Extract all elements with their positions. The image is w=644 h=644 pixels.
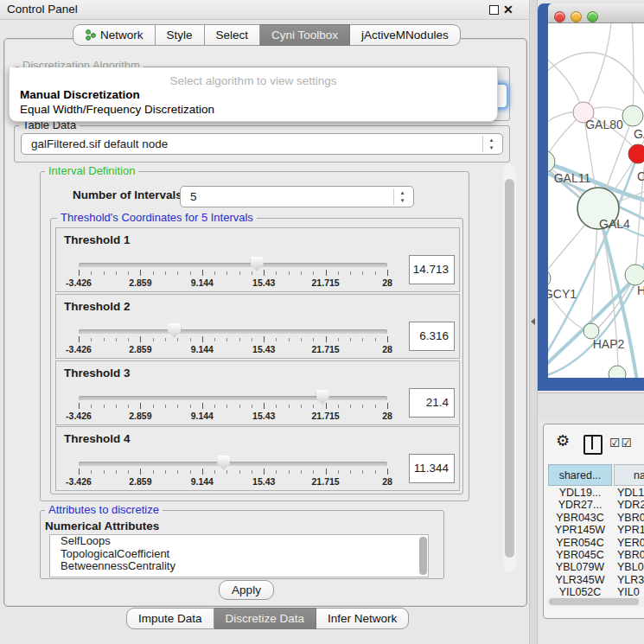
number-of-intervals-label: Number of Intervals (73, 188, 182, 201)
number-of-intervals-combo[interactable]: 5 ▴▾ (180, 186, 414, 207)
slider-tick-label: 28 (360, 277, 415, 288)
node-h[interactable] (625, 265, 644, 285)
popup-item-equal-width[interactable]: Equal Width/Frequency Discretization (20, 103, 214, 116)
table-row[interactable]: YLR345W YLR3 (544, 574, 644, 586)
network-edge[interactable] (632, 23, 634, 116)
slider-tick (338, 271, 339, 275)
network-edge[interactable] (586, 23, 612, 110)
minimize-traffic-light-icon[interactable] (571, 11, 582, 22)
threshold-value-field[interactable]: 14.713 (409, 255, 455, 284)
slider-tick (350, 470, 351, 474)
slider-track[interactable] (79, 396, 387, 400)
node-gcy1[interactable] (548, 269, 551, 288)
close-icon[interactable]: ✕ (503, 2, 513, 17)
slider-tick-label: 28 (360, 476, 415, 487)
attribute-item-topologicalcoefficient[interactable]: TopologicalCoefficient (50, 548, 428, 561)
slider-tick (326, 403, 327, 409)
slider-tick (104, 338, 105, 341)
gear-icon[interactable]: ⚙ (556, 432, 570, 450)
threshold-label: Threshold 3 (64, 367, 131, 379)
table-row[interactable]: YBR045C YBR0 (544, 549, 644, 561)
tab-select[interactable]: Select (205, 24, 261, 46)
slider-track[interactable] (79, 462, 387, 466)
slider-tick (301, 338, 302, 341)
tab-discretize-data[interactable]: Discretize Data (214, 608, 317, 629)
slider-tick-label: -3.426 (51, 411, 106, 421)
slider-handle[interactable] (168, 323, 181, 338)
float-window-icon[interactable] (489, 5, 499, 15)
checkbox-icons[interactable]: ☑☑ (609, 436, 633, 450)
cell-shared-name: YPR145W (548, 524, 612, 536)
slider-tick (313, 470, 314, 474)
attributes-group-title: Attributes to discretize (45, 504, 163, 516)
slider-tick-label: 21.715 (298, 411, 354, 421)
column-settings-icon[interactable] (583, 435, 603, 455)
scrollbar-thumb[interactable] (505, 179, 514, 558)
slider-tick-label: -3.426 (51, 344, 106, 354)
table-row[interactable]: YDR27... YDR2 (544, 499, 644, 511)
spinner-arrows-icon[interactable]: ▴▾ (482, 136, 496, 152)
table-row[interactable]: YBR043C YBR0 (544, 512, 644, 524)
table-row[interactable]: YER054C YER0 (544, 537, 644, 549)
h-scrollbar-thumb[interactable] (549, 598, 639, 605)
threshold-value-field[interactable]: 21.4 (409, 388, 455, 418)
slider-tick-label: 15.43 (236, 476, 291, 487)
network-canvas[interactable]: GAL80GACGAL11GAL4GCY1HHAP2 (548, 23, 644, 378)
slider-tick (104, 271, 105, 275)
node-gal11[interactable] (548, 150, 555, 173)
slider-track[interactable] (79, 329, 387, 334)
node-bottom[interactable] (609, 366, 626, 378)
tab-network[interactable]: Network (73, 24, 156, 46)
list-scrollbar-thumb[interactable] (419, 537, 427, 575)
threshold-value-field[interactable]: 6.316 (409, 322, 455, 351)
zoom-traffic-light-icon[interactable] (587, 11, 598, 22)
threshold-value-field[interactable]: 11.344 (409, 454, 455, 483)
table-row[interactable]: YBL079W YBL0 (544, 561, 644, 573)
slider-handle[interactable] (316, 390, 329, 405)
network-window-titlebar[interactable] (548, 3, 644, 23)
node-label-h: H (637, 284, 644, 297)
tab-infer-network[interactable]: Infer Network (316, 608, 409, 629)
slider-tick (387, 469, 388, 475)
close-traffic-light-icon[interactable] (554, 11, 565, 22)
slider-tick (153, 338, 154, 341)
column-header-name[interactable]: na (614, 464, 644, 486)
apply-button[interactable]: Apply (219, 580, 274, 600)
threshold-panel-4: Threshold 4 -3.4262.8599.14415.4321.7152… (55, 426, 460, 491)
slider-tick-label: 15.43 (236, 344, 291, 354)
node-label-gal80: GAL80 (585, 118, 623, 131)
numerical-attributes-label: Numerical Attributes (45, 520, 159, 532)
network-edge[interactable] (548, 53, 582, 110)
slider-handle[interactable] (251, 257, 264, 271)
slider-tick (350, 405, 351, 408)
slider-tick (214, 338, 215, 341)
slider-tick (226, 271, 227, 275)
table-row[interactable]: YDL19... YDL1 (544, 487, 644, 499)
column-header-shared-name[interactable]: shared... (548, 464, 612, 486)
table-data-combo[interactable]: galFiltered.sif default node ▴▾ (21, 133, 503, 155)
slider-handle[interactable] (217, 456, 230, 470)
slider-tick (264, 336, 265, 342)
attribute-item-selfloops[interactable]: SelfLoops (50, 535, 428, 548)
tab-impute-data[interactable]: Impute Data (126, 608, 214, 629)
threshold-panel-2: Threshold 2 -3.4262.8599.14415.4321.7152… (55, 294, 460, 359)
slider-tick (128, 338, 129, 341)
divider-collapse-icon[interactable] (531, 318, 535, 325)
slider-tick (165, 271, 166, 275)
network-edge[interactable] (548, 53, 644, 106)
tab-cyni-toolbox[interactable]: Cyni Toolbox (260, 24, 350, 46)
slider-tick (252, 271, 252, 275)
spinner-arrows-icon[interactable]: ▴▾ (393, 188, 407, 205)
popup-item-manual-discretization[interactable]: Manual Discretization (20, 88, 140, 101)
node-red[interactable] (628, 144, 644, 163)
attribute-item-betweennesscentrality[interactable]: BetweennessCentrality (50, 560, 428, 573)
cell-name: YBR0 (617, 512, 644, 524)
numerical-attributes-list[interactable]: SelfLoopsTopologicalCoefficientBetweenne… (49, 534, 429, 577)
tab-style[interactable]: Style (156, 24, 205, 46)
slider-track[interactable] (79, 263, 387, 267)
cell-name: YBL0 (617, 561, 644, 573)
tab-jactivemnodules[interactable]: jActiveMNodules (350, 24, 461, 46)
node-top-green[interactable] (622, 105, 643, 126)
slider-tick (128, 271, 129, 275)
table-row[interactable]: YPR145W YPR1 (544, 524, 644, 536)
